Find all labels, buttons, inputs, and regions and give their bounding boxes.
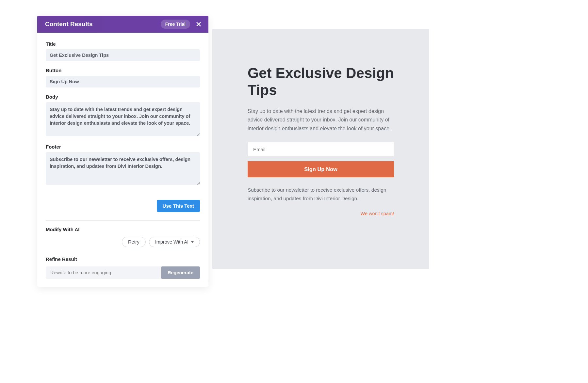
panel-header: Content Results Free Trial bbox=[37, 16, 208, 33]
preview-title: Get Exclusive Design Tips bbox=[248, 65, 394, 99]
signup-button[interactable]: Sign Up Now bbox=[248, 161, 394, 177]
modify-with-ai-label: Modify With AI bbox=[46, 227, 200, 232]
footer-textarea[interactable] bbox=[46, 152, 200, 185]
email-field[interactable] bbox=[248, 142, 394, 157]
footer-label: Footer bbox=[46, 144, 200, 150]
body-label: Body bbox=[46, 94, 200, 100]
title-label: Title bbox=[46, 41, 200, 47]
body-textarea[interactable] bbox=[46, 102, 200, 136]
chevron-down-icon bbox=[191, 241, 194, 243]
regenerate-button[interactable]: Regenerate bbox=[161, 266, 200, 279]
title-input[interactable] bbox=[46, 49, 200, 61]
close-icon[interactable] bbox=[195, 20, 203, 28]
improve-with-ai-button[interactable]: Improve With AI bbox=[149, 237, 200, 247]
preview-body: Stay up to date with the latest trends a… bbox=[248, 107, 394, 133]
preview-footer: Subscribe to our newsletter to receive e… bbox=[248, 186, 394, 202]
content-results-panel: Content Results Free Trial Title Button … bbox=[37, 16, 208, 287]
spam-note: We won't spam! bbox=[248, 211, 394, 216]
panel-title: Content Results bbox=[45, 21, 93, 28]
refine-result-label: Refine Result bbox=[46, 256, 200, 262]
retry-button-label: Retry bbox=[128, 239, 139, 245]
improve-button-label: Improve With AI bbox=[155, 239, 188, 245]
retry-button[interactable]: Retry bbox=[122, 237, 146, 247]
use-this-text-button[interactable]: Use This Text bbox=[157, 200, 200, 212]
button-input[interactable] bbox=[46, 76, 200, 88]
refine-input[interactable] bbox=[46, 266, 161, 279]
panel-body: Title Button Body Footer Use This Text M… bbox=[37, 33, 208, 287]
button-label: Button bbox=[46, 68, 200, 73]
preview-pane: Get Exclusive Design Tips Stay up to dat… bbox=[212, 29, 429, 269]
free-trial-button[interactable]: Free Trial bbox=[161, 20, 190, 29]
